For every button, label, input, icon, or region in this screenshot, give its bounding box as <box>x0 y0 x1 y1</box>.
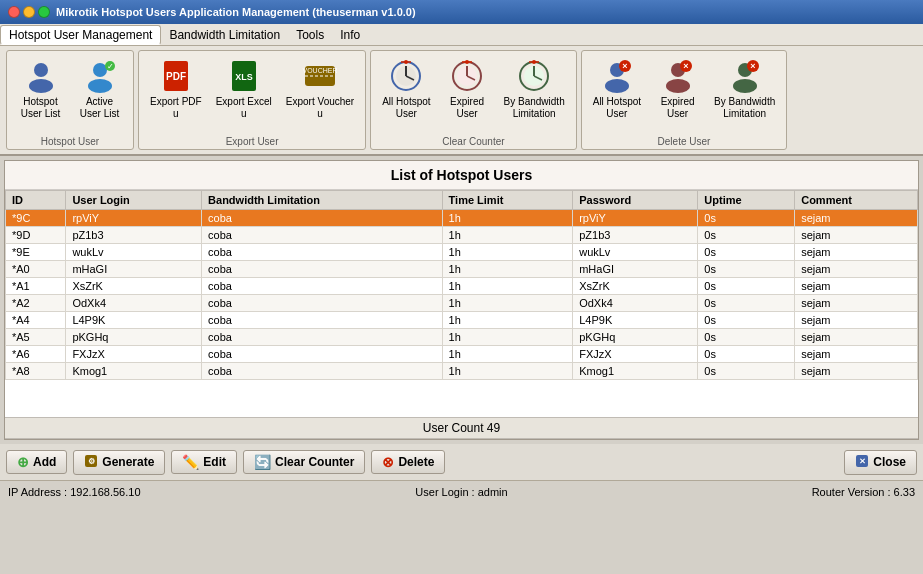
export-pdf-label: Export PDFu <box>150 96 202 120</box>
export-pdf-icon: PDF <box>158 58 194 94</box>
svg-point-2 <box>93 63 107 77</box>
toolbar-group-clear-counter: All HotspotUser ExpiredUser <box>370 50 577 150</box>
delete-expired-user-button[interactable]: × ExpiredUser <box>650 55 705 123</box>
export-user-group-label: Export User <box>139 136 365 147</box>
col-login: User Login <box>66 191 202 210</box>
delete-bandwidth-button[interactable]: × By BandwidthLimitation <box>709 55 780 123</box>
export-voucher-icon: VOUCHER <box>302 58 338 94</box>
delete-expired-user-icon: × <box>660 58 696 94</box>
add-icon: ⊕ <box>17 454 29 470</box>
table-row[interactable]: *9DpZ1b3coba1hpZ1b30ssejam <box>6 227 918 244</box>
clear-counter-expired-user-label: ExpiredUser <box>450 96 484 120</box>
user-count: User Count 49 <box>5 417 918 439</box>
svg-point-32 <box>605 79 629 93</box>
table-row[interactable]: *A0mHaGIcoba1hmHaGI0ssejam <box>6 261 918 278</box>
svg-point-0 <box>34 63 48 77</box>
table-row[interactable]: *A5pKGHqcoba1hpKGHq0ssejam <box>6 329 918 346</box>
menu-bar: Hotspot User Management Bandwidth Limita… <box>0 24 923 46</box>
maximize-button[interactable] <box>38 6 50 18</box>
delete-all-hotspot-label: All HotspotUser <box>593 96 641 120</box>
clear-counter-expired-user-button[interactable]: ExpiredUser <box>440 55 495 123</box>
table-row[interactable]: *A2OdXk4coba1hOdXk40ssejam <box>6 295 918 312</box>
clear-counter-expired-user-icon <box>449 58 485 94</box>
delete-bandwidth-label: By BandwidthLimitation <box>714 96 775 120</box>
delete-bandwidth-icon: × <box>727 58 763 94</box>
col-comment: Comment <box>795 191 918 210</box>
hotspot-user-group-label: Hotspot User <box>7 136 133 147</box>
minimize-button[interactable] <box>23 6 35 18</box>
svg-text:✕: ✕ <box>859 457 866 466</box>
svg-point-3 <box>88 79 112 93</box>
export-voucher-button[interactable]: VOUCHER Export Voucheru <box>281 55 359 123</box>
svg-text:×: × <box>683 61 688 71</box>
list-title: List of Hotspot Users <box>5 161 918 190</box>
clear-counter-bandwidth-icon <box>516 58 552 94</box>
active-user-list-icon: ✓ <box>82 58 118 94</box>
delete-expired-user-label: ExpiredUser <box>661 96 695 120</box>
title-bar: Mikrotik Hotspot Users Application Manag… <box>0 0 923 24</box>
clear-counter-all-hotspot-label: All HotspotUser <box>382 96 430 120</box>
close-icon: ✕ <box>855 454 869 471</box>
delete-all-hotspot-button[interactable]: × All HotspotUser <box>588 55 646 123</box>
clear-counter-bandwidth-label: By BandwidthLimitation <box>504 96 565 120</box>
svg-text:XLS: XLS <box>235 72 253 82</box>
table-row[interactable]: *A6FXJzXcoba1hFXJzX0ssejam <box>6 346 918 363</box>
svg-text:×: × <box>750 61 755 71</box>
menu-tools[interactable]: Tools <box>288 26 332 44</box>
clear-counter-bandwidth-button[interactable]: By BandwidthLimitation <box>499 55 570 123</box>
status-bar: IP Address : 192.168.56.10 User Login : … <box>0 480 923 502</box>
status-user-login: User Login : admin <box>317 486 606 498</box>
clear-counter-group-label: Clear Counter <box>371 136 576 147</box>
close-button[interactable]: ✕ Close <box>844 450 917 475</box>
window-title: Mikrotik Hotspot Users Application Manag… <box>56 6 416 18</box>
table-row[interactable]: *9EwukLvcoba1hwukLv0ssejam <box>6 244 918 261</box>
svg-point-40 <box>733 79 757 93</box>
toolbar-group-delete-user: × All HotspotUser × ExpiredUser <box>581 50 788 150</box>
table-row[interactable]: *A8Kmog1coba1hKmog10ssejam <box>6 363 918 380</box>
clear-counter-all-hotspot-icon <box>388 58 424 94</box>
col-password: Password <box>573 191 698 210</box>
export-excel-label: Export Excelu <box>216 96 272 120</box>
col-bandwidth: Bandwidth Limitation <box>202 191 442 210</box>
edit-icon: ✏️ <box>182 454 199 470</box>
menu-bandwidth-limitation[interactable]: Bandwidth Limitation <box>161 26 288 44</box>
hotspot-user-list-button[interactable]: HotspotUser List <box>13 55 68 123</box>
table-container[interactable]: ID User Login Bandwidth Limitation Time … <box>5 190 918 417</box>
hotspot-user-list-label: HotspotUser List <box>21 96 60 120</box>
svg-point-1 <box>29 79 53 93</box>
clear-counter-all-hotspot-button[interactable]: All HotspotUser <box>377 55 435 123</box>
status-ip: IP Address : 192.168.56.10 <box>8 486 297 498</box>
delete-all-hotspot-icon: × <box>599 58 635 94</box>
export-pdf-button[interactable]: PDF Export PDFu <box>145 55 207 123</box>
toolbar: HotspotUser List ✓ ActiveUser List Hotsp… <box>0 46 923 156</box>
users-table: ID User Login Bandwidth Limitation Time … <box>5 190 918 380</box>
svg-text:×: × <box>622 61 627 71</box>
export-excel-icon: XLS <box>226 58 262 94</box>
hotspot-user-list-icon <box>23 58 59 94</box>
svg-text:⚙: ⚙ <box>88 457 95 466</box>
add-button[interactable]: ⊕ Add <box>6 450 67 474</box>
col-id: ID <box>6 191 66 210</box>
export-voucher-label: Export Voucheru <box>286 96 354 120</box>
table-row[interactable]: *9CrpViYcoba1hrpViY0ssejam <box>6 210 918 227</box>
toolbar-group-export-user: PDF Export PDFu XLS Export Excelu <box>138 50 366 150</box>
table-row[interactable]: *A1XsZrKcoba1hXsZrK0ssejam <box>6 278 918 295</box>
generate-icon: ⚙ <box>84 454 98 471</box>
svg-text:✓: ✓ <box>106 62 113 71</box>
clear-counter-icon: 🔄 <box>254 454 271 470</box>
menu-hotspot-user-management[interactable]: Hotspot User Management <box>0 25 161 45</box>
delete-user-group-label: Delete User <box>582 136 787 147</box>
clear-counter-button[interactable]: 🔄 Clear Counter <box>243 450 365 474</box>
export-excel-button[interactable]: XLS Export Excelu <box>211 55 277 123</box>
toolbar-group-hotspot-user: HotspotUser List ✓ ActiveUser List Hotsp… <box>6 50 134 150</box>
table-row[interactable]: *A4L4P9Kcoba1hL4P9K0ssejam <box>6 312 918 329</box>
delete-button[interactable]: ⊗ Delete <box>371 450 445 474</box>
active-user-list-label: ActiveUser List <box>80 96 119 120</box>
edit-button[interactable]: ✏️ Edit <box>171 450 237 474</box>
status-router-version: Router Version : 6.33 <box>626 486 915 498</box>
active-user-list-button[interactable]: ✓ ActiveUser List <box>72 55 127 123</box>
main-content: List of Hotspot Users ID User Login Band… <box>4 160 919 440</box>
generate-button[interactable]: ⚙ Generate <box>73 450 165 475</box>
menu-info[interactable]: Info <box>332 26 368 44</box>
close-window-button[interactable] <box>8 6 20 18</box>
